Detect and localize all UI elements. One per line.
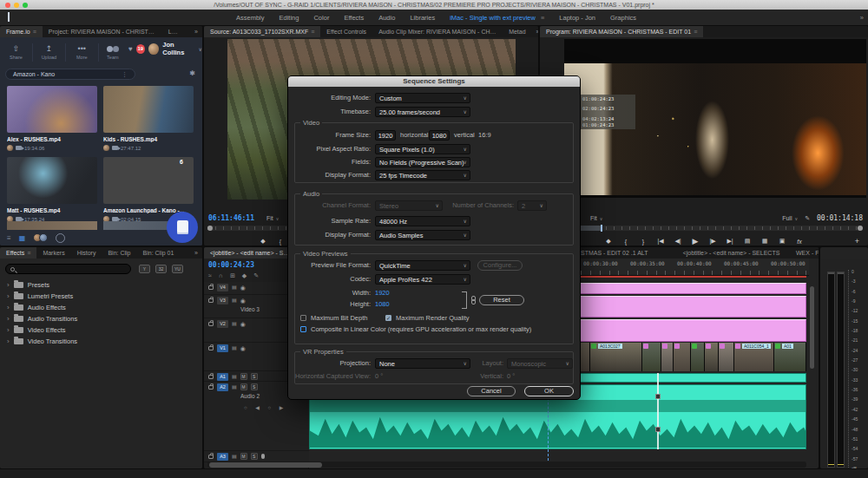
insert-track-icon[interactable]: ▤ xyxy=(232,453,237,461)
snap-icon[interactable]: ∩ xyxy=(219,272,223,279)
codec-select[interactable]: Apple ProRes 422∨ xyxy=(375,274,470,285)
tab-sequence-selects[interactable]: <jobtitle> - <edit name> - SELECTS xyxy=(673,247,790,259)
mute-button[interactable]: M xyxy=(240,373,247,380)
heart-icon[interactable]: ♥ xyxy=(128,45,133,53)
tab-bin-clip[interactable]: Bin: Clip xyxy=(102,247,136,259)
effects-filter-badge[interactable]: 32 xyxy=(155,265,167,273)
video-thumbnail[interactable] xyxy=(103,86,194,133)
frame-height-input[interactable]: 1080 xyxy=(429,130,450,141)
insert-track-icon[interactable]: ▤ xyxy=(232,320,237,328)
workspace-tab-imac-single[interactable]: iMac - Single with ext preview xyxy=(450,14,536,22)
timebase-select[interactable]: 25.00 frames/second∨ xyxy=(375,107,470,117)
scrollbar-handle[interactable] xyxy=(209,462,322,468)
ok-button[interactable]: OK xyxy=(524,386,574,396)
panel-overflow-icon[interactable]: » xyxy=(190,247,202,259)
scrubber-handle[interactable] xyxy=(207,226,213,231)
chevron-right-icon[interactable]: › xyxy=(7,292,10,300)
lift-icon[interactable]: ▤ xyxy=(744,238,751,245)
linked-selection-icon[interactable]: ⊞ xyxy=(230,272,235,279)
cancel-button[interactable]: Cancel xyxy=(467,386,516,396)
video-clip[interactable] xyxy=(691,343,705,371)
program-scrubber[interactable] xyxy=(543,226,863,231)
clip-boundary-marker[interactable] xyxy=(657,373,659,449)
preview-height-value[interactable]: 1080 xyxy=(375,299,390,310)
tab-effects[interactable]: Effects≡ xyxy=(0,247,36,259)
video-clip[interactable] xyxy=(674,343,691,371)
video-thumbnail[interactable] xyxy=(7,86,97,133)
panel-menu-icon[interactable]: ≡ xyxy=(27,250,30,256)
workspace-tab-laptop-jon[interactable]: Laptop - Jon xyxy=(559,14,595,22)
video-clip[interactable] xyxy=(719,343,734,371)
workspace-tab-assembly[interactable]: Assembly xyxy=(236,14,265,22)
mute-button[interactable]: M xyxy=(240,453,247,460)
program-zoom-select[interactable]: Fit∨ xyxy=(590,215,602,221)
effects-search-input[interactable] xyxy=(5,264,131,274)
lock-icon[interactable] xyxy=(208,346,214,350)
video-clip[interactable] xyxy=(661,343,674,371)
effects-folder-row[interactable]: › Lumetri Presets xyxy=(0,291,202,302)
track-target-v2[interactable]: V2 xyxy=(217,320,228,328)
zoom-window-button[interactable] xyxy=(23,3,28,8)
effects-folder-row[interactable]: › Video Transitions xyxy=(0,336,202,347)
panel-overflow-icon[interactable]: » xyxy=(190,26,202,37)
dialog-title[interactable]: Sequence Settings xyxy=(288,76,580,87)
effects-folder-row[interactable]: › Audio Transitions xyxy=(0,313,202,324)
video-thumbnail[interactable] xyxy=(7,157,97,204)
timeline-display-settings-icon[interactable]: ≈ xyxy=(208,272,212,279)
mark-in-icon[interactable]: { xyxy=(277,239,284,245)
audio-display-format-select[interactable]: Audio Samples∨ xyxy=(375,230,470,240)
lock-icon[interactable] xyxy=(208,298,214,303)
frameio-fab-button[interactable] xyxy=(167,212,198,243)
play-icon[interactable]: ▶ xyxy=(692,237,699,246)
track-name[interactable]: Video 3 xyxy=(240,306,260,312)
close-window-button[interactable] xyxy=(5,3,10,8)
gear-icon[interactable]: ✱ xyxy=(189,69,195,77)
effects-filter-badge[interactable]: Y xyxy=(139,265,150,273)
go-to-out-icon[interactable]: ▶| xyxy=(727,238,733,245)
fields-select[interactable]: No Fields (Progressive Scan)∨ xyxy=(375,157,470,167)
pixel-aspect-ratio-select[interactable]: Square Pixels (1.0)∨ xyxy=(375,144,470,154)
add-marker-icon[interactable]: ◆ xyxy=(242,272,247,279)
display-format-select[interactable]: 25 fps Timecode∨ xyxy=(375,170,470,180)
panel-menu-icon[interactable]: ≡ xyxy=(311,29,314,35)
tab-history[interactable]: History xyxy=(71,247,102,259)
mark-in-icon[interactable]: { xyxy=(622,239,629,245)
lock-icon[interactable] xyxy=(208,455,214,459)
track-visibility-icon[interactable]: ◉ xyxy=(240,344,246,352)
tab-source[interactable]: Source: A013C033_17102SXR.MXF≡ xyxy=(204,26,320,37)
sample-rate-select[interactable]: 48000 Hz∨ xyxy=(375,216,470,226)
track-target-v3[interactable]: V3 xyxy=(217,297,228,304)
timeline-settings-wrench-icon[interactable]: ✎ xyxy=(253,272,259,279)
workspace-tab-effects[interactable]: Effects xyxy=(344,14,364,22)
add-collaborator-button[interactable] xyxy=(56,233,65,243)
tab-audio-clip-mixer[interactable]: Audio Clip Mixer: RIVIERA MAISON - CHRIS… xyxy=(372,26,503,37)
tab-frameio[interactable]: Frame.io≡ xyxy=(0,26,43,37)
workspace-menu-icon[interactable]: ≡ xyxy=(541,14,544,22)
step-back-icon[interactable]: ◀| xyxy=(674,238,681,245)
reset-button[interactable]: Reset xyxy=(479,295,524,305)
effects-filter-badge[interactable]: YU xyxy=(172,265,183,273)
fx-button-editor-icon[interactable]: fx xyxy=(796,239,803,245)
insert-track-icon[interactable]: ▤ xyxy=(232,284,237,291)
tab-lumetri[interactable]: Lumetri C xyxy=(162,26,185,37)
track-target-v4[interactable]: V4 xyxy=(217,284,228,291)
video-clip[interactable] xyxy=(642,343,661,371)
link-width-height-icon[interactable] xyxy=(471,296,476,304)
user-name[interactable]: Jon Collins xyxy=(162,41,195,56)
step-forward-icon[interactable]: |▶ xyxy=(709,238,716,245)
scrubber-handle[interactable] xyxy=(858,226,863,231)
panel-overflow-icon[interactable]: » xyxy=(532,26,538,37)
horizontal-scrollbar[interactable] xyxy=(207,462,806,468)
keyframe-nav-icons[interactable]: ○ ◀ ○ ▶ xyxy=(244,404,286,410)
mark-out-icon[interactable]: } xyxy=(640,239,647,245)
track-visibility-icon[interactable]: ◉ xyxy=(240,320,246,328)
minimize-window-button[interactable] xyxy=(14,3,19,8)
chevron-right-icon[interactable]: › xyxy=(7,326,10,334)
video-clip[interactable] xyxy=(705,343,719,371)
share-button[interactable]: ⇧Share xyxy=(0,43,33,62)
solo-button[interactable]: S xyxy=(251,383,258,390)
tab-sequence-wex[interactable]: WEX - FS) xyxy=(790,247,819,259)
tab-metadata[interactable]: Metad xyxy=(503,26,531,37)
preview-width-value[interactable]: 1920 xyxy=(375,288,390,298)
solo-button[interactable]: S xyxy=(251,453,258,460)
